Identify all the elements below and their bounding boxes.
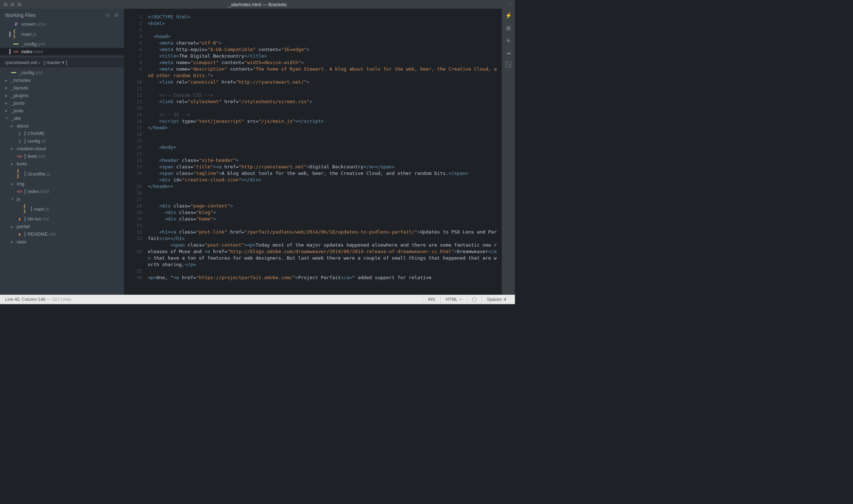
- folder-item[interactable]: ▼js: [0, 195, 124, 203]
- line-number[interactable]: 12: [124, 92, 142, 98]
- code-line[interactable]: <header class="site-header">: [148, 157, 499, 164]
- file-item[interactable]: _config.yml: [0, 69, 124, 76]
- folder-item[interactable]: ▶_plugins: [0, 92, 124, 99]
- gear-icon[interactable]: ⚙: [114, 12, 119, 18]
- folder-item[interactable]: ▶_layouts: [0, 84, 124, 92]
- code-line[interactable]: [148, 190, 499, 196]
- working-file-item[interactable]: { }main.js: [0, 28, 124, 40]
- code-line[interactable]: [148, 131, 499, 138]
- extension-manager-icon[interactable]: ▣: [505, 25, 512, 31]
- line-number[interactable]: 5: [124, 40, 142, 46]
- photoshop-icon[interactable]: Ps: [505, 62, 511, 67]
- chevron-right-icon[interactable]: ▶: [11, 162, 14, 166]
- line-number[interactable]: 26: [124, 190, 142, 196]
- working-file-item[interactable]: _config.yml: [0, 40, 124, 48]
- line-number[interactable]: 19: [124, 138, 142, 144]
- code-line[interactable]: <title>The Digital Backcountry</title>: [148, 53, 499, 59]
- line-number[interactable]: 29: [124, 209, 142, 216]
- code-line[interactable]: [148, 222, 499, 229]
- file-item[interactable]: <>feed.xml: [0, 152, 124, 160]
- chevron-right-icon[interactable]: ▶: [5, 101, 9, 105]
- line-number[interactable]: 35: [124, 268, 142, 274]
- code-line[interactable]: <!DOCTYPE html>: [148, 14, 499, 20]
- project-header[interactable]: ryanstewart.net [ master ▾ ]: [0, 58, 124, 67]
- line-number[interactable]: 16: [124, 118, 142, 125]
- line-number[interactable]: 8: [124, 59, 142, 66]
- line-number[interactable]: 22: [124, 157, 142, 164]
- line-number[interactable]: 30: [124, 216, 142, 222]
- language-mode[interactable]: HTML▾: [440, 295, 467, 304]
- chevron-down-icon[interactable]: ▼: [5, 117, 9, 120]
- folder-item[interactable]: ▶fonts: [0, 160, 124, 168]
- line-number[interactable]: 31: [124, 222, 142, 229]
- chevron-right-icon[interactable]: ▶: [5, 94, 9, 97]
- line-number[interactable]: 17: [124, 125, 142, 131]
- code-area[interactable]: <!DOCTYPE html><html> <head> <meta chars…: [146, 9, 502, 295]
- working-file-item[interactable]: #screen.scss: [0, 20, 124, 28]
- code-line[interactable]: <!-- JS -->: [148, 112, 499, 118]
- code-line[interactable]: <meta http-equiv="X-UA-Compatible" conte…: [148, 46, 499, 53]
- code-line[interactable]: <meta name="viewport" content="width=dev…: [148, 59, 499, 66]
- code-line[interactable]: </head>: [148, 125, 499, 131]
- insert-mode[interactable]: INS: [423, 295, 440, 304]
- line-number[interactable]: 21: [124, 151, 142, 157]
- code-line[interactable]: [148, 151, 499, 157]
- line-number[interactable]: 24: [124, 170, 142, 183]
- folder-item[interactable]: ▶parfait: [0, 223, 124, 230]
- folder-item[interactable]: ▶sass: [0, 238, 124, 245]
- chevron-right-icon[interactable]: ▶: [5, 79, 9, 82]
- folder-item[interactable]: ▶_psds: [0, 107, 124, 114]
- chevron-right-icon[interactable]: ▶: [11, 124, 14, 128]
- code-line[interactable]: <link rel="stylesheet" href="/stylesheet…: [148, 98, 499, 105]
- code-line[interactable]: [148, 85, 499, 92]
- line-number[interactable]: 18: [124, 131, 142, 138]
- line-number[interactable]: 33: [124, 235, 142, 248]
- git-icon[interactable]: ◈: [505, 37, 512, 43]
- chevron-right-icon[interactable]: ▶: [11, 182, 14, 186]
- chevron-right-icon[interactable]: ▶: [5, 86, 9, 90]
- line-number[interactable]: 28: [124, 203, 142, 209]
- folder-item[interactable]: ▶_posts: [0, 99, 124, 107]
- minimize-window-button[interactable]: [11, 3, 14, 7]
- zoom-window-button[interactable]: [17, 3, 21, 7]
- project-name[interactable]: ryanstewart.net: [5, 60, 40, 65]
- file-item[interactable]: ▯config.rb: [0, 137, 124, 145]
- code-line[interactable]: <p>One, "<a href="https://projectparfait…: [148, 274, 499, 281]
- code-line[interactable]: <!-- Custom CSS -->: [148, 92, 499, 98]
- fullscreen-icon[interactable]: ⤢: [509, 2, 512, 7]
- code-line[interactable]: <link rel="canonical" href="http://ryans…: [148, 79, 499, 85]
- line-number[interactable]: 4: [124, 33, 142, 40]
- code-line[interactable]: <div id="creative-cloud-icon"></div>: [148, 177, 499, 183]
- line-number[interactable]: 10: [124, 79, 142, 85]
- line-number[interactable]: 27: [124, 196, 142, 203]
- live-preview-icon[interactable]: ⚡: [505, 12, 512, 19]
- line-number[interactable]: 23: [124, 164, 142, 170]
- line-number[interactable]: 36: [124, 274, 142, 281]
- folder-item[interactable]: ▶_includes: [0, 76, 124, 84]
- file-item[interactable]: ▮README.md: [0, 230, 124, 238]
- code-line[interactable]: <h1><a class="post-link" href="/parfait/…: [148, 229, 499, 242]
- line-number[interactable]: 13: [124, 98, 142, 105]
- code-line[interactable]: <meta name="description" content="The ho…: [148, 66, 499, 79]
- close-window-button[interactable]: [4, 3, 8, 7]
- code-line[interactable]: <body>: [148, 144, 499, 151]
- code-line[interactable]: <div class="page-content">: [148, 203, 499, 209]
- code-line[interactable]: </header>: [148, 183, 499, 190]
- editor[interactable]: 1234567891011121314151617181920212223242…: [124, 9, 502, 295]
- code-line[interactable]: <meta charset="utf-8">: [148, 40, 499, 46]
- folder-item[interactable]: ▶about: [0, 122, 124, 130]
- line-number[interactable]: 14: [124, 105, 142, 112]
- code-line[interactable]: <span class="title"><a href="http://ryan…: [148, 164, 499, 170]
- line-number[interactable]: 11: [124, 85, 142, 92]
- chevron-down-icon[interactable]: ▼: [11, 197, 14, 201]
- chevron-right-icon[interactable]: ▶: [5, 109, 9, 113]
- line-number[interactable]: 32: [124, 229, 142, 235]
- code-line[interactable]: [148, 105, 499, 112]
- file-item[interactable]: <>index.html: [0, 188, 124, 195]
- file-item[interactable]: ▯CNAME: [0, 130, 124, 137]
- indent-mode[interactable]: Spaces: 4: [482, 295, 511, 304]
- chevron-right-icon[interactable]: ▶: [11, 147, 14, 151]
- code-line[interactable]: [148, 138, 499, 144]
- folder-item[interactable]: ▶creative-cloud: [0, 145, 124, 152]
- line-number[interactable]: 15: [124, 112, 142, 118]
